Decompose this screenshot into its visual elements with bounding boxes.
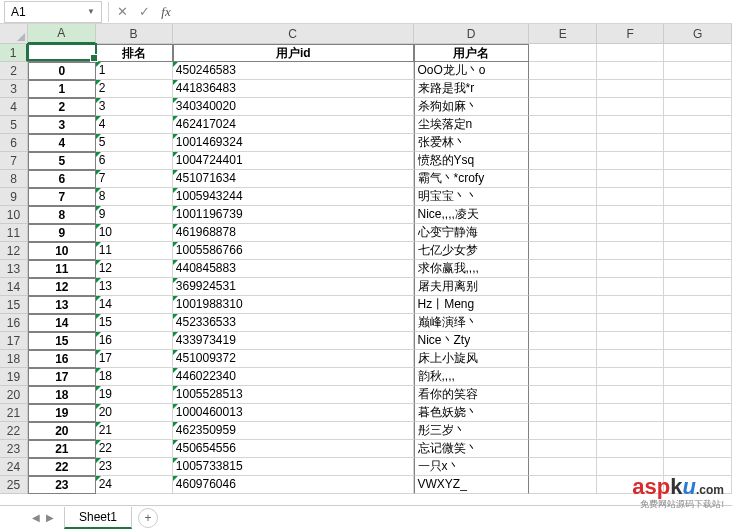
cell[interactable]: 14 xyxy=(28,314,96,332)
cell[interactable]: 暮色妖娆丶 xyxy=(414,404,530,422)
cell[interactable]: 15 xyxy=(96,314,173,332)
row-header-20[interactable]: 20 xyxy=(0,386,28,404)
nav-next-icon[interactable]: ▶ xyxy=(44,512,56,523)
cell[interactable] xyxy=(529,116,597,134)
cell[interactable] xyxy=(597,368,665,386)
cell[interactable] xyxy=(529,350,597,368)
cell[interactable] xyxy=(664,224,732,242)
row-header-24[interactable]: 24 xyxy=(0,458,28,476)
cell[interactable]: 19 xyxy=(28,404,96,422)
cell[interactable]: 1001988310 xyxy=(173,296,414,314)
cell[interactable]: 1 xyxy=(28,80,96,98)
cell[interactable]: 23 xyxy=(28,476,96,494)
cell[interactable]: 450246583 xyxy=(173,62,414,80)
insert-function-button[interactable]: fx xyxy=(155,2,177,22)
cell[interactable]: 1005528513 xyxy=(173,386,414,404)
cell[interactable] xyxy=(597,62,665,80)
row-header-17[interactable]: 17 xyxy=(0,332,28,350)
cell[interactable]: 12 xyxy=(28,278,96,296)
cell[interactable]: 床上小旋风 xyxy=(414,350,530,368)
cell[interactable] xyxy=(529,386,597,404)
cell[interactable]: 排名 xyxy=(96,44,173,62)
row-header-16[interactable]: 16 xyxy=(0,314,28,332)
cell[interactable]: 2 xyxy=(96,80,173,98)
cell[interactable]: Hz丨Meng xyxy=(414,296,530,314)
name-box[interactable]: A1 ▼ xyxy=(4,1,102,23)
cell[interactable] xyxy=(529,80,597,98)
cell[interactable]: Nice丶Zty xyxy=(414,332,530,350)
cell[interactable]: 12 xyxy=(96,260,173,278)
cell[interactable]: 11 xyxy=(96,242,173,260)
accept-formula-button[interactable]: ✓ xyxy=(133,2,155,22)
cell[interactable]: 20 xyxy=(28,422,96,440)
cell[interactable]: 5 xyxy=(28,152,96,170)
cell[interactable]: 440845883 xyxy=(173,260,414,278)
row-header-13[interactable]: 13 xyxy=(0,260,28,278)
sheet-nav-buttons[interactable]: ◀ ▶ xyxy=(30,512,56,523)
cell[interactable] xyxy=(529,170,597,188)
cell[interactable] xyxy=(529,404,597,422)
cell[interactable] xyxy=(529,224,597,242)
cell[interactable]: 用户名 xyxy=(414,44,530,62)
cell[interactable]: 明宝宝丶丶 xyxy=(414,188,530,206)
cell[interactable]: 8 xyxy=(28,206,96,224)
cell[interactable]: 3 xyxy=(96,98,173,116)
cell[interactable]: 21 xyxy=(96,422,173,440)
cell[interactable] xyxy=(664,188,732,206)
cell[interactable] xyxy=(664,134,732,152)
cell[interactable]: 2 xyxy=(28,98,96,116)
cell[interactable]: 忘记微笑丶 xyxy=(414,440,530,458)
cell[interactable]: 3 xyxy=(28,116,96,134)
cell[interactable]: 6 xyxy=(28,170,96,188)
cell[interactable]: 8 xyxy=(96,188,173,206)
cell[interactable] xyxy=(529,296,597,314)
cell[interactable] xyxy=(664,422,732,440)
cell[interactable]: 1004724401 xyxy=(173,152,414,170)
row-header-3[interactable]: 3 xyxy=(0,80,28,98)
cell[interactable]: Nice,,,,凌天 xyxy=(414,206,530,224)
cell[interactable] xyxy=(664,44,732,62)
column-header-F[interactable]: F xyxy=(597,24,665,44)
add-sheet-button[interactable]: + xyxy=(138,508,158,528)
cell[interactable]: 屠夫用离别 xyxy=(414,278,530,296)
cell[interactable]: 14 xyxy=(96,296,173,314)
cell[interactable] xyxy=(597,314,665,332)
cell[interactable]: 0 xyxy=(28,62,96,80)
cell[interactable] xyxy=(597,332,665,350)
cells-area[interactable]: 排名用户id用户名01450246583OoO龙儿丶o12441836483来路… xyxy=(28,44,732,504)
cell[interactable]: 18 xyxy=(96,368,173,386)
cell[interactable]: 22 xyxy=(96,440,173,458)
cell[interactable]: 21 xyxy=(28,440,96,458)
row-header-25[interactable]: 25 xyxy=(0,476,28,494)
cell[interactable] xyxy=(597,116,665,134)
cell[interactable]: 16 xyxy=(96,332,173,350)
cell[interactable] xyxy=(597,224,665,242)
cell[interactable] xyxy=(529,458,597,476)
cell[interactable]: 433973419 xyxy=(173,332,414,350)
cell[interactable] xyxy=(597,458,665,476)
cell[interactable] xyxy=(597,296,665,314)
row-header-22[interactable]: 22 xyxy=(0,422,28,440)
cell[interactable]: 24 xyxy=(96,476,173,494)
cancel-formula-button[interactable]: ✕ xyxy=(111,2,133,22)
cell[interactable]: 446022340 xyxy=(173,368,414,386)
cell[interactable] xyxy=(597,278,665,296)
row-header-10[interactable]: 10 xyxy=(0,206,28,224)
cell[interactable] xyxy=(664,368,732,386)
cell[interactable]: 19 xyxy=(96,386,173,404)
cell[interactable]: 23 xyxy=(96,458,173,476)
cell[interactable] xyxy=(597,134,665,152)
cell[interactable]: 用户id xyxy=(173,44,414,62)
cell[interactable]: 17 xyxy=(96,350,173,368)
cell[interactable] xyxy=(597,350,665,368)
row-header-12[interactable]: 12 xyxy=(0,242,28,260)
row-header-11[interactable]: 11 xyxy=(0,224,28,242)
cell[interactable]: 1005943244 xyxy=(173,188,414,206)
cell[interactable] xyxy=(664,152,732,170)
cell[interactable] xyxy=(529,332,597,350)
cell[interactable]: 尘埃落定n xyxy=(414,116,530,134)
cell[interactable]: 巅峰演绎丶 xyxy=(414,314,530,332)
cell[interactable]: 1000460013 xyxy=(173,404,414,422)
cell[interactable] xyxy=(664,350,732,368)
cell[interactable] xyxy=(597,260,665,278)
